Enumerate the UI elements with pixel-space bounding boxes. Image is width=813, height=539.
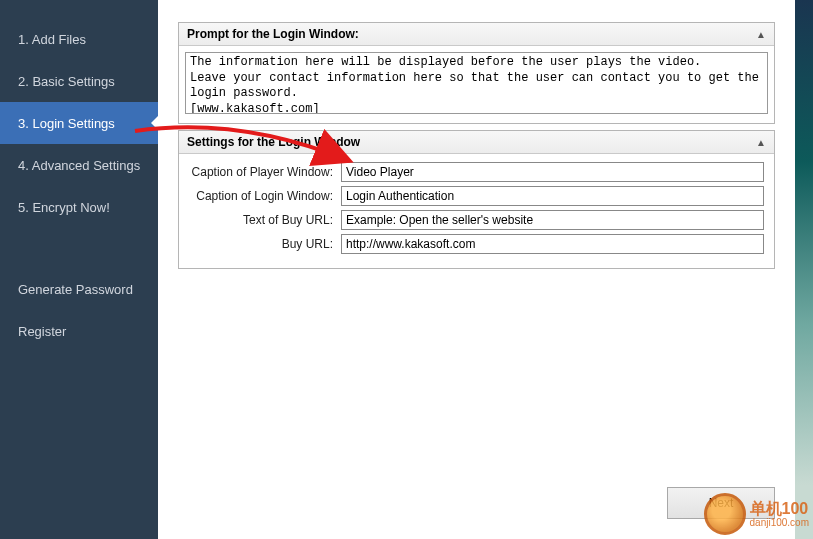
prompt-textarea[interactable] [185, 52, 768, 114]
footer: Next [178, 487, 775, 525]
sidebar-item-generate-password[interactable]: Generate Password [0, 268, 158, 310]
sidebar: 1. Add Files 2. Basic Settings 3. Login … [0, 0, 158, 539]
panel-title: Prompt for the Login Window: [187, 27, 359, 41]
sidebar-item-label: Generate Password [18, 282, 133, 297]
settings-panel: Settings for the Login Window ▲ Caption … [178, 130, 775, 269]
sidebar-item-register[interactable]: Register [0, 310, 158, 352]
sidebar-item-label: Register [18, 324, 66, 339]
sidebar-item-basic-settings[interactable]: 2. Basic Settings [0, 60, 158, 102]
sidebar-item-add-files[interactable]: 1. Add Files [0, 18, 158, 60]
label-caption-login: Caption of Login Window: [189, 189, 341, 203]
app-window: 1. Add Files 2. Basic Settings 3. Login … [0, 0, 813, 539]
collapse-icon[interactable]: ▲ [756, 29, 766, 40]
sidebar-item-login-settings[interactable]: 3. Login Settings [0, 102, 158, 144]
sidebar-item-label: 2. Basic Settings [18, 74, 115, 89]
label-buy-url: Buy URL: [189, 237, 341, 251]
right-decor-strip [795, 0, 813, 539]
settings-panel-header: Settings for the Login Window ▲ [179, 131, 774, 154]
sidebar-item-label: 4. Advanced Settings [18, 158, 140, 173]
input-buy-text[interactable] [341, 210, 764, 230]
input-buy-url[interactable] [341, 234, 764, 254]
label-caption-player: Caption of Player Window: [189, 165, 341, 179]
next-button[interactable]: Next [667, 487, 775, 519]
prompt-panel-header: Prompt for the Login Window: ▲ [179, 23, 774, 46]
sidebar-item-label: 5. Encrypt Now! [18, 200, 110, 215]
sidebar-item-label: 3. Login Settings [18, 116, 115, 131]
input-caption-player[interactable] [341, 162, 764, 182]
main-panel: Prompt for the Login Window: ▲ Settings … [158, 0, 795, 539]
collapse-icon[interactable]: ▲ [756, 137, 766, 148]
input-caption-login[interactable] [341, 186, 764, 206]
sidebar-item-label: 1. Add Files [18, 32, 86, 47]
panel-title: Settings for the Login Window [187, 135, 360, 149]
prompt-panel: Prompt for the Login Window: ▲ [178, 22, 775, 124]
sidebar-item-encrypt-now[interactable]: 5. Encrypt Now! [0, 186, 158, 228]
label-buy-text: Text of Buy URL: [189, 213, 341, 227]
sidebar-item-advanced-settings[interactable]: 4. Advanced Settings [0, 144, 158, 186]
